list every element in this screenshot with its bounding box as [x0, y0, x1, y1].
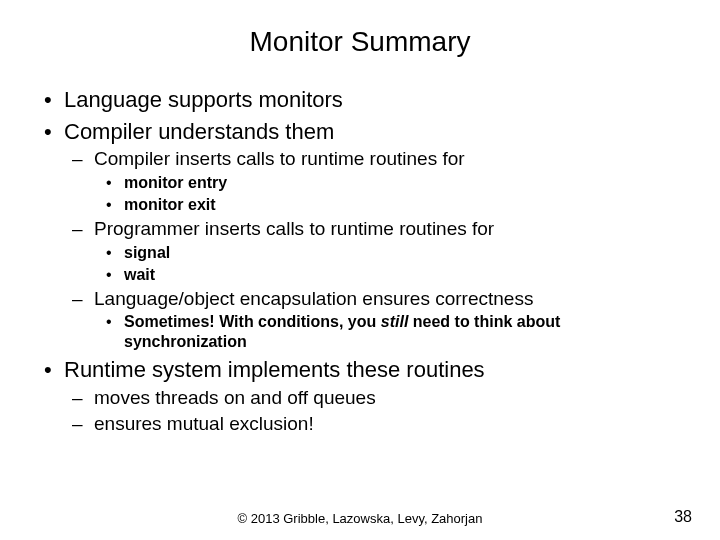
- bullet-list-l3: Sometimes! With conditions, you still ne…: [94, 312, 680, 352]
- bullet-text: wait: [124, 266, 155, 283]
- bullet-text: monitor exit: [124, 196, 216, 213]
- bullet-l1: Language supports monitors: [40, 86, 680, 114]
- bullet-l3: wait: [94, 265, 680, 285]
- bullet-list-l3: monitor entry monitor exit: [94, 173, 680, 215]
- footer-copyright: © 2013 Gribble, Lazowska, Levy, Zahorjan: [0, 511, 720, 526]
- bullet-text: monitor entry: [124, 174, 227, 191]
- bullet-text: Compiler inserts calls to runtime routin…: [94, 148, 465, 169]
- bullet-text: Language supports monitors: [64, 87, 343, 112]
- bullet-l2: Programmer inserts calls to runtime rout…: [64, 217, 680, 285]
- bullet-text-part: Sometimes! With conditions, you: [124, 313, 381, 330]
- bullet-l3: monitor exit: [94, 195, 680, 215]
- bullet-text: Language/object encapsulation ensures co…: [94, 288, 533, 309]
- bullet-l2: moves threads on and off queues: [64, 386, 680, 410]
- bullet-l3: signal: [94, 243, 680, 263]
- bullet-text: ensures mutual exclusion!: [94, 413, 314, 434]
- slide: Monitor Summary Language supports monito…: [0, 0, 720, 540]
- page-number: 38: [674, 508, 692, 526]
- bullet-text: Programmer inserts calls to runtime rout…: [94, 218, 494, 239]
- bullet-text: Runtime system implements these routines: [64, 357, 485, 382]
- bullet-l2: ensures mutual exclusion!: [64, 412, 680, 436]
- bullet-list-l3: signal wait: [94, 243, 680, 285]
- slide-title: Monitor Summary: [40, 26, 680, 58]
- bullet-list-l2: Compiler inserts calls to runtime routin…: [64, 147, 680, 352]
- bullet-list-l2: moves threads on and off queues ensures …: [64, 386, 680, 436]
- bullet-text: Compiler understands them: [64, 119, 334, 144]
- bullet-l3: Sometimes! With conditions, you still ne…: [94, 312, 680, 352]
- bullet-l2: Language/object encapsulation ensures co…: [64, 287, 680, 353]
- bullet-l2: Compiler inserts calls to runtime routin…: [64, 147, 680, 215]
- bullet-l3: monitor entry: [94, 173, 680, 193]
- bullet-list-l1: Language supports monitors Compiler unde…: [40, 86, 680, 435]
- bullet-l1: Runtime system implements these routines…: [40, 356, 680, 435]
- bullet-l1: Compiler understands them Compiler inser…: [40, 118, 680, 353]
- bullet-text-emph: still: [381, 313, 409, 330]
- bullet-text: moves threads on and off queues: [94, 387, 376, 408]
- bullet-text: signal: [124, 244, 170, 261]
